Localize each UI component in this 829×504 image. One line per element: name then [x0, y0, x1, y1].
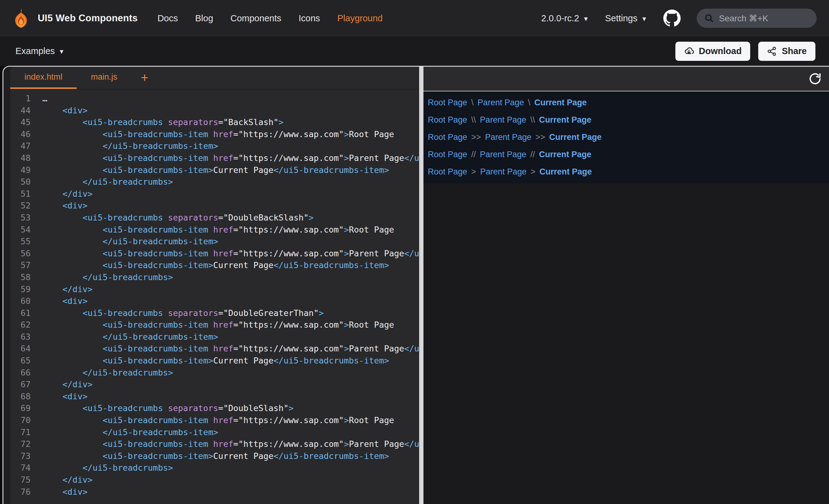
code-line[interactable]: <ui5-breadcrumbs-item href="https://www.… [42, 319, 419, 331]
breadcrumb-separator: \\ [531, 115, 535, 125]
line-number: 65 [10, 355, 31, 367]
download-button[interactable]: Download [675, 42, 751, 61]
breadcrumb-link[interactable]: Parent Page [480, 167, 527, 177]
line-number: 45 [10, 116, 31, 128]
tab-main-js[interactable]: main.js [77, 67, 132, 89]
examples-dropdown[interactable]: Examples ▼ [15, 46, 65, 56]
breadcrumbs-row: Root Page\Parent Page\Current Page [428, 94, 829, 111]
code-line[interactable]: <ui5-breadcrumbs-item href="https://www.… [42, 248, 419, 260]
code-line[interactable]: </div> [42, 474, 419, 486]
line-number: 54 [10, 224, 31, 236]
add-tab-button[interactable]: + [132, 67, 158, 89]
chevron-down-icon: ▼ [583, 15, 589, 23]
code-content[interactable]: … <div> <ui5-breadcrumbs separators="Bac… [42, 93, 419, 504]
settings-label: Settings [605, 13, 637, 24]
nav-link-blog[interactable]: Blog [195, 13, 213, 24]
code-line[interactable]: </ui5-breadcrumbs> [42, 367, 419, 379]
code-line[interactable]: <ui5-breadcrumbs-item href="https://www.… [42, 415, 419, 426]
breadcrumb-separator: \ [528, 98, 531, 108]
code-line[interactable]: <div> [42, 105, 419, 117]
line-number-gutter: 1444546474849505152535455565758596061626… [10, 93, 31, 504]
line-number: 51 [10, 188, 31, 200]
code-line[interactable]: <ui5-breadcrumbs-item href="https://www.… [42, 438, 419, 450]
line-number: 72 [10, 438, 31, 450]
code-line[interactable]: <ui5-breadcrumbs-item>Current Page</ui5-… [42, 164, 419, 176]
line-number: 68 [10, 391, 31, 403]
split-resizer-handle[interactable] [419, 67, 424, 504]
code-line[interactable]: </div> [42, 379, 419, 391]
nav-link-components[interactable]: Components [230, 13, 281, 24]
code-line[interactable]: <ui5-breadcrumbs-item>Current Page</ui5-… [42, 450, 419, 462]
top-navbar: UI5 Web Components Docs Blog Components … [0, 0, 829, 36]
line-number: 74 [10, 462, 31, 474]
code-line[interactable]: <div> [42, 486, 419, 498]
breadcrumb-separator: >> [471, 132, 481, 142]
nav-link-playground[interactable]: Playground [337, 13, 383, 24]
breadcrumb-separator: > [471, 167, 476, 177]
line-number: 73 [10, 450, 31, 462]
code-line[interactable]: </ui5-breadcrumbs> [42, 176, 419, 188]
examples-toolbar: Examples ▼ Download Share [0, 36, 829, 66]
breadcrumb-link[interactable]: Parent Page [480, 115, 527, 125]
code-line[interactable]: <div> [42, 200, 419, 212]
breadcrumb-link[interactable]: Parent Page [485, 132, 531, 142]
github-icon[interactable] [663, 9, 681, 27]
breadcrumb-link[interactable]: Root Page [428, 115, 467, 125]
tab-index-html[interactable]: index.html [10, 67, 77, 89]
line-number: 48 [10, 152, 31, 164]
chevron-down-icon: ▼ [641, 15, 647, 23]
brand-title: UI5 Web Components [38, 13, 138, 24]
nav-link-docs[interactable]: Docs [157, 13, 178, 24]
download-label: Download [699, 46, 742, 56]
code-line[interactable]: </ui5-breadcrumbs-item> [42, 331, 419, 343]
share-label: Share [782, 46, 807, 56]
ui5-phoenix-logo-icon [11, 8, 31, 28]
line-number: 52 [10, 200, 31, 212]
breadcrumb-link[interactable]: Parent Page [480, 150, 527, 159]
breadcrumb-current-page: Current Page [549, 132, 602, 142]
code-line[interactable]: </div> [42, 188, 419, 200]
preview-result-frame: Root Page\Parent Page\Current PageRoot P… [424, 91, 829, 184]
code-line[interactable]: … [42, 93, 419, 105]
code-line[interactable]: </ui5-breadcrumbs-item> [42, 140, 419, 152]
line-number: 62 [10, 319, 31, 331]
preview-toolbar [424, 67, 829, 91]
refresh-icon[interactable] [808, 72, 822, 85]
code-line[interactable]: <ui5-breadcrumbs-item>Current Page</ui5-… [42, 260, 419, 271]
breadcrumb-link[interactable]: Root Page [428, 98, 467, 108]
code-line[interactable]: <ui5-breadcrumbs-item href="https://www.… [42, 343, 419, 355]
line-number: 67 [10, 379, 31, 391]
line-number: 53 [10, 212, 31, 224]
code-line[interactable]: <ui5-breadcrumbs-item href="https://www.… [42, 152, 419, 164]
code-line[interactable]: </div> [42, 283, 419, 296]
brand[interactable]: UI5 Web Components [11, 8, 138, 28]
code-line[interactable]: <ui5-breadcrumbs separators="BackSlash"> [42, 116, 419, 128]
breadcrumb-link[interactable]: Root Page [428, 167, 467, 177]
code-area[interactable]: 1444546474849505152535455565758596061626… [10, 89, 419, 504]
line-number: 75 [10, 474, 31, 486]
share-button[interactable]: Share [758, 42, 816, 61]
search-placeholder: Search ⌘+K [719, 13, 768, 24]
breadcrumb-link[interactable]: Root Page [428, 132, 467, 142]
code-line[interactable]: </ui5-breadcrumbs-item> [42, 236, 419, 248]
code-line[interactable]: <ui5-breadcrumbs separators="DoubleBackS… [42, 212, 419, 224]
breadcrumb-link[interactable]: Root Page [428, 150, 467, 159]
code-line[interactable]: </ui5-breadcrumbs> [42, 462, 419, 474]
code-line[interactable]: <div> [42, 295, 419, 307]
breadcrumb-separator: \\ [471, 115, 476, 125]
settings-dropdown[interactable]: Settings ▼ [605, 13, 647, 24]
code-line[interactable]: <ui5-breadcrumbs-item href="https://www.… [42, 128, 419, 141]
code-line[interactable]: <ui5-breadcrumbs separators="DoubleGreat… [42, 307, 419, 319]
breadcrumb-link[interactable]: Parent Page [477, 98, 524, 108]
code-line[interactable]: <div> [42, 391, 419, 403]
breadcrumb-separator: \ [471, 98, 474, 108]
code-line[interactable]: <ui5-breadcrumbs-item>Current Page</ui5-… [42, 355, 419, 367]
code-line[interactable]: </ui5-breadcrumbs-item> [42, 426, 419, 438]
code-line[interactable]: <ui5-breadcrumbs-item href="https://www.… [42, 224, 419, 236]
nav-link-icons[interactable]: Icons [298, 13, 320, 24]
breadcrumb-separator: >> [535, 132, 545, 142]
search-input[interactable]: Search ⌘+K [697, 9, 817, 28]
code-line[interactable]: </ui5-breadcrumbs> [42, 271, 419, 283]
version-dropdown[interactable]: 2.0.0-rc.2 ▼ [541, 13, 589, 24]
code-line[interactable]: <ui5-breadcrumbs separators="DoubleSlash… [42, 402, 419, 415]
